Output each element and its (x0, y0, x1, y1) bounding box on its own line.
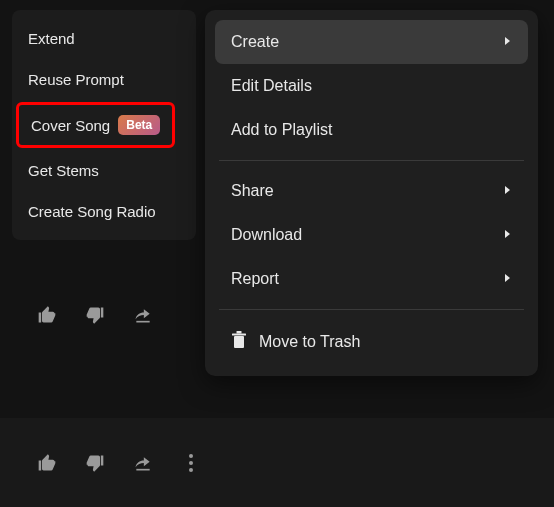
menu-item-download[interactable]: Download (215, 213, 528, 257)
menu-item-label: Edit Details (231, 77, 312, 95)
thumbs-up-icon[interactable] (36, 304, 58, 326)
svg-rect-0 (234, 336, 244, 348)
chevron-right-icon (504, 185, 512, 197)
thumbs-down-icon[interactable] (84, 304, 106, 326)
menu-item-label: Extend (28, 30, 75, 47)
menu-item-edit-details[interactable]: Edit Details (215, 64, 528, 108)
thumbs-up-icon[interactable] (36, 452, 58, 474)
menu-item-label: Report (231, 270, 279, 288)
trash-icon (231, 331, 247, 353)
more-options-icon[interactable] (180, 452, 202, 474)
menu-item-cover-song[interactable]: Cover Song Beta (12, 100, 196, 150)
menu-item-add-to-playlist[interactable]: Add to Playlist (215, 108, 528, 152)
menu-item-label: Create (231, 33, 279, 51)
menu-item-move-to-trash[interactable]: Move to Trash (215, 318, 528, 366)
menu-item-share[interactable]: Share (215, 169, 528, 213)
chevron-right-icon (504, 229, 512, 241)
action-icon-row (36, 304, 154, 326)
chevron-right-icon (504, 273, 512, 285)
menu-item-label: Get Stems (28, 162, 99, 179)
share-icon[interactable] (132, 304, 154, 326)
svg-rect-2 (237, 331, 242, 334)
menu-item-label: Cover Song (31, 117, 110, 134)
menu-item-label: Create Song Radio (28, 203, 156, 220)
menu-item-label: Move to Trash (259, 333, 360, 351)
beta-badge: Beta (118, 115, 160, 135)
menu-item-create-song-radio[interactable]: Create Song Radio (12, 191, 196, 232)
svg-rect-1 (232, 334, 246, 336)
menu-item-label: Add to Playlist (231, 121, 332, 139)
menu-item-report[interactable]: Report (215, 257, 528, 301)
svg-point-3 (189, 454, 193, 458)
menu-item-get-stems[interactable]: Get Stems (12, 150, 196, 191)
svg-point-4 (189, 461, 193, 465)
highlight-box: Cover Song Beta (16, 102, 175, 148)
menu-item-reuse-prompt[interactable]: Reuse Prompt (12, 59, 196, 100)
menu-divider (219, 160, 524, 161)
menu-item-extend[interactable]: Extend (12, 18, 196, 59)
share-icon[interactable] (132, 452, 154, 474)
left-context-menu: Extend Reuse Prompt Cover Song Beta Get … (12, 10, 196, 240)
svg-point-5 (189, 468, 193, 472)
action-icon-row-bottom (36, 452, 202, 474)
thumbs-down-icon[interactable] (84, 452, 106, 474)
menu-item-create[interactable]: Create (215, 20, 528, 64)
menu-item-label: Download (231, 226, 302, 244)
right-context-menu: Create Edit Details Add to Playlist Shar… (205, 10, 538, 376)
menu-item-label: Reuse Prompt (28, 71, 124, 88)
menu-item-label: Share (231, 182, 274, 200)
menu-divider (219, 309, 524, 310)
chevron-right-icon (504, 36, 512, 48)
